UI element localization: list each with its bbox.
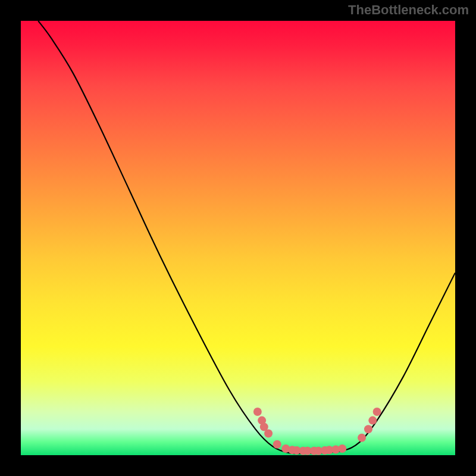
plot-area [21,21,455,455]
data-dot [338,444,346,453]
bottleneck-curve [38,21,455,453]
data-dot [264,430,273,438]
data-dots [253,408,381,455]
chart-svg [21,21,455,455]
watermark-text: TheBottleneck.com [348,2,469,18]
data-dot [273,440,281,449]
data-dot [364,425,372,433]
data-dot [358,434,366,442]
data-dot [253,408,262,416]
data-dot [373,408,381,416]
data-dot [368,416,377,425]
